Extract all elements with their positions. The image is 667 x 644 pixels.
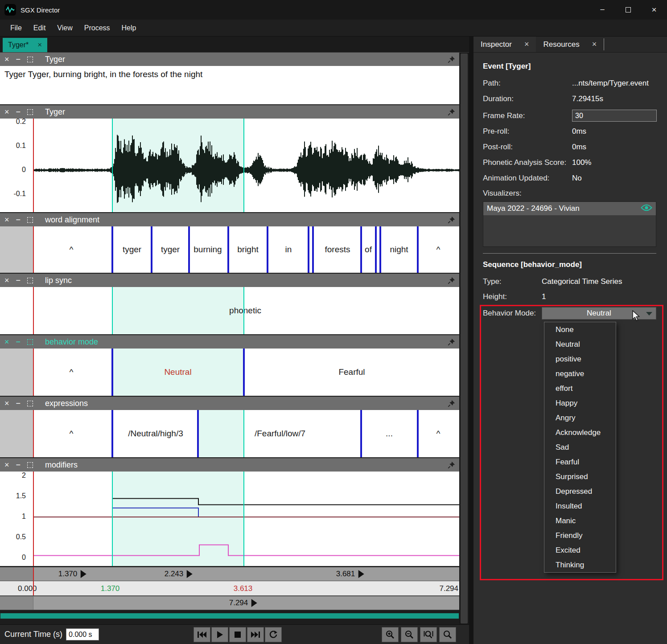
word-boundary-line[interactable]: [227, 226, 229, 273]
lip-sync-body[interactable]: phonetic: [0, 287, 459, 334]
marker-play-icon[interactable]: [186, 570, 192, 578]
panel-pin-icon[interactable]: [448, 400, 455, 409]
dropdown-option[interactable]: Thinking: [544, 558, 616, 572]
dropdown-option[interactable]: Surprised: [544, 469, 616, 484]
marker-play-icon[interactable]: [80, 570, 86, 578]
playhead-line[interactable]: [33, 226, 34, 273]
tab-close-icon[interactable]: ×: [37, 41, 42, 49]
segment-boundary-line[interactable]: [111, 349, 113, 396]
dropdown-option[interactable]: effort: [544, 381, 616, 396]
dropdown-option[interactable]: Neutral: [544, 337, 616, 352]
word-alignment-body[interactable]: ^tygertygerburningbrightinforestsofnight…: [0, 226, 459, 273]
panel-pin-icon[interactable]: [448, 277, 455, 286]
selection-start-line[interactable]: [112, 472, 113, 566]
zoom-out-button[interactable]: [401, 627, 418, 642]
segment-boundary-line[interactable]: [197, 410, 199, 457]
panel-pin-icon[interactable]: [448, 56, 455, 65]
panel-close-icon[interactable]: ×: [4, 216, 9, 224]
zoom-fit-button[interactable]: [439, 627, 456, 642]
selection-end-line[interactable]: [243, 410, 244, 457]
panel-maximize-icon[interactable]: [27, 462, 33, 468]
word-boundary-line[interactable]: [188, 226, 190, 273]
selection-start-line[interactable]: [112, 287, 113, 334]
close-button[interactable]: ×: [641, 0, 667, 20]
timeline-marker[interactable]: 2.243: [165, 567, 193, 581]
segment-boundary-line[interactable]: [243, 349, 245, 396]
menu-edit[interactable]: Edit: [28, 24, 52, 32]
panel-maximize-icon[interactable]: [27, 278, 33, 283]
dropdown-option[interactable]: Angry: [544, 410, 616, 425]
minimize-button[interactable]: −: [589, 0, 615, 20]
playhead-line[interactable]: [33, 287, 34, 334]
bottom-marker-row[interactable]: 7.294: [0, 596, 459, 610]
maximize-button[interactable]: [615, 0, 641, 20]
dropdown-option[interactable]: Acknowledge: [544, 425, 616, 440]
play-button[interactable]: [211, 627, 228, 642]
word-boundary-line[interactable]: [308, 226, 309, 273]
panel-maximize-icon[interactable]: [27, 217, 33, 223]
dropdown-option[interactable]: negative: [544, 366, 616, 381]
panel-close-icon[interactable]: ×: [4, 276, 9, 284]
panel-pin-icon[interactable]: [448, 338, 455, 348]
menu-help[interactable]: Help: [116, 24, 142, 32]
dropdown-option[interactable]: None: [544, 322, 616, 337]
waveform-body[interactable]: 0.20.10-0.1: [0, 119, 459, 212]
playhead-line[interactable]: [33, 410, 34, 457]
current-time-input[interactable]: [66, 628, 99, 640]
dropdown-option[interactable]: Excited: [544, 543, 616, 558]
word-boundary-line[interactable]: [267, 226, 268, 273]
segment-boundary-line[interactable]: [111, 410, 113, 457]
visibility-eye-icon[interactable]: [641, 204, 652, 214]
stop-button[interactable]: [229, 627, 246, 642]
vertical-scrollbar[interactable]: [459, 53, 469, 624]
dropdown-option[interactable]: Depressed: [544, 484, 616, 499]
marker-play-icon[interactable]: [358, 570, 364, 578]
visualizers-list[interactable]: Maya 2022 - 24696 - Vivian: [483, 201, 656, 247]
behavior-mode-body[interactable]: ^NeutralFearful: [0, 349, 459, 396]
playhead-line[interactable]: [33, 349, 34, 396]
dropdown-option[interactable]: Insulted: [544, 499, 616, 513]
selection-end-line[interactable]: [243, 119, 244, 212]
playhead-line[interactable]: [33, 581, 34, 595]
dropdown-option[interactable]: Fearful: [544, 455, 616, 469]
panel-collapse-icon[interactable]: −: [16, 461, 21, 469]
expressions-body[interactable]: ^/Neutral/high/3/Fearful/low/7...^: [0, 410, 459, 457]
panel-collapse-icon[interactable]: −: [16, 108, 21, 116]
playhead-line[interactable]: [33, 567, 34, 581]
end-marker[interactable]: 7.294: [229, 596, 257, 610]
panel-maximize-icon[interactable]: [27, 401, 33, 406]
word-boundary-line[interactable]: [360, 226, 362, 273]
tab-close-icon[interactable]: ×: [524, 40, 529, 49]
dropdown-option[interactable]: Sad: [544, 440, 616, 455]
dropdown-option[interactable]: Happy: [544, 396, 616, 410]
zoom-in-button[interactable]: [382, 627, 399, 642]
panel-collapse-icon[interactable]: −: [16, 338, 21, 346]
menu-file[interactable]: File: [4, 24, 28, 32]
loop-button[interactable]: [265, 627, 282, 642]
skip-end-button[interactable]: [247, 627, 264, 642]
panel-maximize-icon[interactable]: [27, 57, 33, 62]
panel-pin-icon[interactable]: [448, 108, 455, 118]
vertical-scrollbar-thumb[interactable]: [461, 53, 468, 623]
lyrics-body[interactable]: Tyger Tyger, burning bright, in the fore…: [0, 66, 459, 104]
dropdown-option[interactable]: Friendly: [544, 528, 616, 543]
timeline-marker[interactable]: 3.681: [336, 567, 364, 581]
panel-pin-icon[interactable]: [448, 216, 455, 226]
panel-maximize-icon[interactable]: [27, 339, 33, 345]
panel-pin-icon[interactable]: [448, 461, 455, 471]
panel-collapse-icon[interactable]: −: [16, 55, 21, 63]
panel-maximize-icon[interactable]: [27, 109, 33, 115]
panel-close-icon[interactable]: ×: [4, 461, 9, 469]
selection-start-line[interactable]: [112, 119, 113, 212]
word-boundary-line[interactable]: [151, 226, 152, 273]
dropdown-option[interactable]: Manic: [544, 513, 616, 528]
visualizer-item[interactable]: Maya 2022 - 24696 - Vivian: [483, 202, 656, 215]
panel-collapse-icon[interactable]: −: [16, 216, 21, 224]
modifiers-body[interactable]: 21.510.50: [0, 472, 459, 566]
playhead-line[interactable]: [33, 119, 34, 212]
panel-collapse-icon[interactable]: −: [16, 276, 21, 284]
tab-resources[interactable]: Resources ×: [536, 37, 604, 52]
timeline-marker[interactable]: 1.370: [58, 567, 86, 581]
selection-end-line[interactable]: [243, 287, 244, 334]
marker-play-icon[interactable]: [251, 599, 257, 607]
